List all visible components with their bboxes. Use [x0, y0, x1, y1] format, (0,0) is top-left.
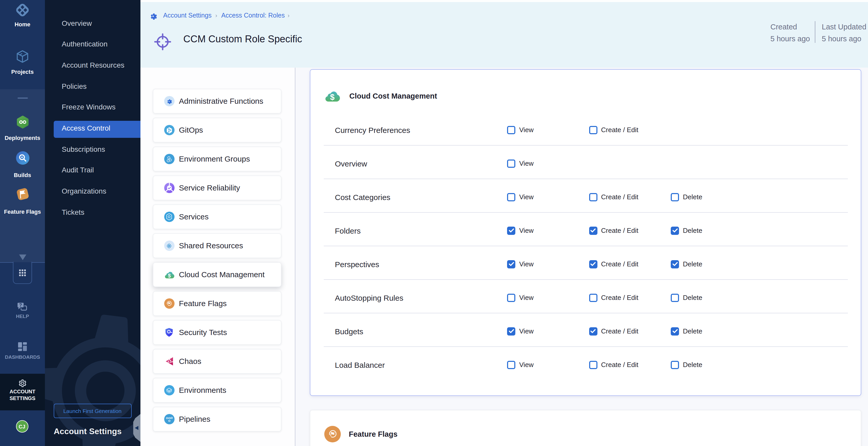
svg-text:$: $: [330, 93, 334, 102]
svg-text:$: $: [167, 273, 170, 279]
svg-text:?: ?: [19, 302, 22, 308]
